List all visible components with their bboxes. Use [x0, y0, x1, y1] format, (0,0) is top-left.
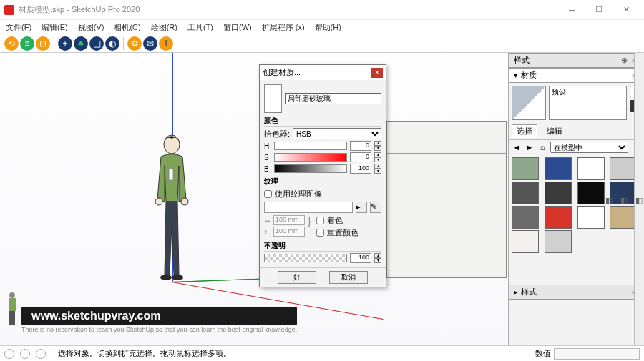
toolbar-icon[interactable]: ≡ [20, 36, 34, 51]
fwd-icon[interactable]: ► [525, 143, 535, 152]
scale-figure [143, 132, 200, 282]
menu-edit[interactable]: 编辑(E) [42, 22, 68, 33]
opacity-spinner[interactable]: ▴▾ [374, 253, 381, 263]
material-swatch[interactable] [512, 206, 539, 229]
toolbar-icon[interactable]: + [58, 36, 72, 51]
toolbar-icon[interactable]: i [159, 36, 173, 51]
reset-color-checkbox[interactable]: 重置颜色 [316, 227, 358, 238]
value-field[interactable] [554, 348, 640, 360]
ok-button[interactable]: 好 [278, 271, 316, 284]
svg-rect-1 [169, 169, 173, 180]
right-sidebar[interactable]: ◧ ◧ ◧ [634, 53, 644, 345]
dialog-close-button[interactable]: × [371, 68, 383, 78]
toolbar-icon[interactable]: ⟲ [4, 36, 19, 51]
menu-bar: 文件(F) 编辑(E) 视图(V) 相机(C) 绘图(R) 工具(T) 窗口(W… [0, 20, 644, 34]
app-icon [4, 5, 14, 15]
styles-header[interactable]: ▸ 样式 × [509, 285, 644, 300]
toolbar-icon[interactable]: ⊟ [36, 36, 50, 51]
material-name-field[interactable]: 预设 [549, 86, 627, 120]
model-geometry[interactable] [386, 121, 507, 278]
svg-rect-7 [9, 298, 16, 311]
material-preview[interactable] [512, 86, 546, 120]
material-swatch[interactable] [545, 157, 572, 180]
logo-figure [3, 291, 21, 328]
maximize-button[interactable]: ☐ [585, 0, 613, 20]
menu-draw[interactable]: 绘图(R) [151, 22, 177, 33]
color-picker-select[interactable]: HSB [293, 128, 381, 139]
material-header[interactable]: ▾ 材质 × [509, 68, 644, 83]
viewport[interactable]: www.sketchupvray.com There is no reserva… [0, 53, 507, 345]
toolbar: ⟲ ≡ ⊟ + ♣ ◫ ◐ ⚙ ✉ i [0, 34, 644, 53]
menu-camera[interactable]: 相机(C) [114, 22, 140, 33]
help-icon[interactable] [4, 349, 14, 359]
link-icon[interactable]: } [308, 215, 313, 227]
svg-point-2 [160, 275, 172, 280]
material-swatch[interactable] [577, 206, 605, 229]
toolbar-icon[interactable]: ◫ [89, 36, 104, 51]
back-icon[interactable]: ◄ [512, 143, 522, 152]
use-texture-checkbox[interactable]: 使用纹理图像 [264, 189, 381, 199]
tab-select[interactable]: 选择 [512, 124, 537, 138]
person-icon[interactable] [36, 349, 46, 359]
menu-view[interactable]: 视图(V) [78, 22, 104, 33]
toolbar-icon[interactable]: ♣ [74, 36, 88, 51]
material-swatch[interactable] [512, 182, 539, 204]
menu-window[interactable]: 窗口(W) [223, 22, 252, 33]
dialog-title: 创建材质... [263, 67, 371, 78]
toolbar-icon[interactable]: ✉ [143, 36, 157, 51]
material-name-input[interactable] [285, 93, 381, 104]
toolbar-icon[interactable]: ⚙ [127, 36, 142, 51]
bright-slider[interactable] [274, 164, 347, 173]
browse-texture-button[interactable]: ▸ [356, 202, 367, 213]
pin-icon[interactable]: ⊕ [619, 56, 629, 65]
edit-texture-button[interactable]: ✎ [370, 202, 381, 213]
svg-point-6 [9, 292, 15, 298]
material-swatch[interactable] [610, 157, 637, 180]
hue-value[interactable]: 0 [350, 141, 371, 151]
bright-value[interactable]: 100 [350, 164, 371, 174]
home-icon[interactable]: ⌂ [537, 143, 547, 152]
material-swatch[interactable] [512, 157, 539, 180]
colorize-checkbox[interactable]: 着色 [316, 215, 358, 226]
tex-height[interactable]: 100 mm [273, 227, 305, 237]
logo-url: www.sketchupvray.com [21, 307, 297, 325]
menu-help[interactable]: 帮助(H) [315, 22, 341, 33]
opacity-value[interactable]: 100 [350, 253, 371, 263]
status-text: 选择对象。切换到扩充选择。拖动鼠标选择多项。 [58, 348, 231, 359]
opacity-slider[interactable] [264, 254, 347, 262]
material-swatch[interactable] [577, 182, 605, 204]
library-select[interactable]: 在模型中 [550, 142, 628, 153]
create-material-dialog: 创建材质... × 颜色 拾色器: HSB H 0 ▴▾ S 0 ▴▾ B 10… [259, 64, 386, 287]
material-swatch[interactable] [577, 157, 605, 180]
section-color: 颜色 [264, 116, 381, 127]
bright-spinner[interactable]: ▴▾ [374, 164, 381, 174]
material-swatch[interactable] [512, 230, 539, 253]
material-swatch[interactable] [610, 206, 637, 229]
material-swatch[interactable] [545, 230, 572, 253]
sat-spinner[interactable]: ▴▾ [374, 152, 381, 162]
tray-tab-icon[interactable]: ◧ [635, 196, 644, 205]
cancel-button[interactable]: 取消 [329, 271, 368, 284]
status-bar: 选择对象。切换到扩充选择。拖动鼠标选择多项。 数值 [0, 345, 644, 361]
texture-path-field[interactable] [264, 202, 353, 213]
menu-tools[interactable]: 工具(T) [187, 22, 213, 33]
hue-slider[interactable] [274, 142, 347, 150]
svg-point-4 [155, 198, 162, 205]
tex-width[interactable]: 100 mm [273, 215, 305, 225]
tray-header[interactable]: 样式 ⊕ × [509, 53, 644, 68]
tab-edit[interactable]: 编辑 [542, 124, 567, 138]
sat-slider[interactable] [274, 153, 347, 162]
toolbar-icon[interactable]: ◐ [105, 36, 119, 51]
minimize-button[interactable]: ─ [558, 0, 585, 20]
menu-extensions[interactable]: 扩展程序 (x) [262, 22, 305, 33]
tray-tab-icon[interactable]: ◧ [620, 196, 629, 205]
sat-value[interactable]: 0 [350, 152, 371, 162]
logo-sub: There is no reservation to teach you Ske… [21, 327, 297, 334]
menu-file[interactable]: 文件(F) [6, 22, 31, 33]
tray-tab-icon[interactable]: ◧ [605, 196, 614, 205]
material-swatch[interactable] [545, 206, 572, 229]
material-swatch[interactable] [545, 182, 572, 204]
geo-icon[interactable] [20, 349, 30, 359]
hue-spinner[interactable]: ▴▾ [374, 141, 381, 151]
close-button[interactable]: ✕ [613, 0, 640, 20]
